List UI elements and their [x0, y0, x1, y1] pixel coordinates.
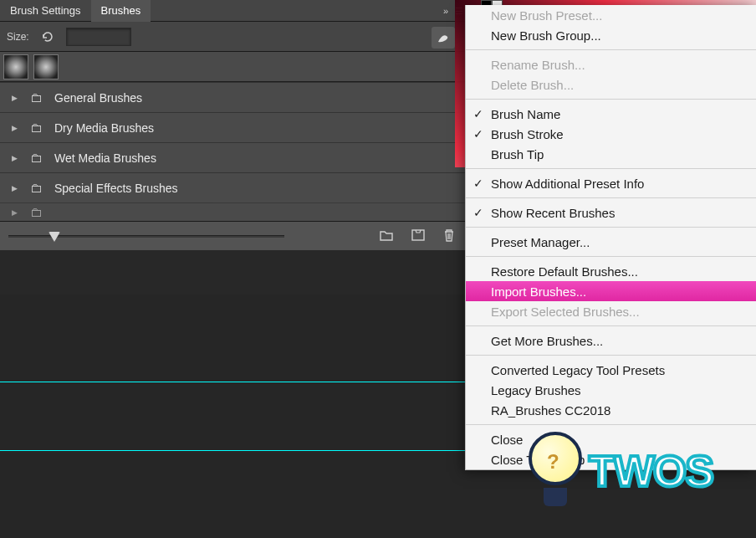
menu-rename-brush: Rename Brush...	[466, 54, 756, 74]
menu-legacy-brushes[interactable]: Legacy Brushes	[466, 380, 756, 400]
size-input[interactable]	[66, 28, 131, 46]
brush-thumb-1[interactable]	[3, 54, 28, 79]
menu-new-brush-group[interactable]: New Brush Group...	[466, 25, 756, 45]
folder-icon: 🗀	[30, 205, 43, 219]
slider-thumb[interactable]	[49, 232, 60, 242]
folder-label: Wet Media Brushes	[54, 151, 156, 165]
tab-brushes[interactable]: Brushes	[91, 0, 151, 22]
folder-label: Dry Media Brushes	[54, 121, 154, 135]
menu-separator	[466, 99, 756, 100]
chevron-right-icon: ▶	[12, 94, 18, 102]
thumbnail-size-slider[interactable]	[8, 235, 284, 238]
svg-rect-0	[412, 230, 424, 240]
folder-label: General Brushes	[54, 91, 142, 105]
folder-icon: 🗀	[30, 90, 43, 105]
folder-icon: 🗀	[30, 120, 43, 135]
menu-separator	[466, 168, 756, 169]
menu-separator	[466, 355, 756, 356]
chevron-right-icon: ▶	[12, 208, 18, 217]
menu-delete-brush: Delete Brush...	[466, 74, 756, 95]
menu-new-brush-preset: New Brush Preset...	[466, 5, 756, 25]
menu-brush-stroke[interactable]: Brush Stroke	[466, 124, 756, 144]
new-brush-icon[interactable]	[411, 229, 425, 243]
reset-size-icon[interactable]	[39, 28, 56, 45]
menu-ra-brushes[interactable]: RA_Brushes CC2018	[466, 400, 756, 420]
menu-separator	[466, 197, 756, 198]
menu-show-additional-info[interactable]: Show Additional Preset Info	[466, 173, 756, 193]
menu-separator	[466, 227, 756, 228]
menu-separator	[466, 325, 756, 326]
menu-show-recent-brushes[interactable]: Show Recent Brushes	[466, 202, 756, 223]
new-folder-icon[interactable]	[380, 229, 393, 243]
brushes-panel-menu: New Brush Preset... New Brush Group... R…	[465, 5, 756, 470]
lightbulb-icon: ?	[529, 432, 585, 511]
chevron-right-icon: ▶	[12, 184, 18, 192]
menu-separator	[466, 256, 756, 257]
logo-text: TWOS	[589, 446, 713, 496]
menu-preset-manager[interactable]: Preset Manager...	[466, 232, 756, 252]
folder-icon: 🗀	[30, 181, 43, 195]
menu-separator	[466, 424, 756, 425]
expand-collapse-icon[interactable]: »	[443, 6, 448, 16]
folder-label: Special Effects Brushes	[54, 182, 178, 195]
menu-brush-name[interactable]: Brush Name	[466, 104, 756, 124]
chevron-right-icon: ▶	[12, 124, 18, 132]
menu-converted-legacy-presets[interactable]: Converted Legacy Tool Presets	[466, 360, 756, 380]
chevron-right-icon: ▶	[12, 154, 18, 162]
menu-import-brushes[interactable]: Import Brushes...	[466, 281, 756, 301]
trash-icon[interactable]	[443, 228, 455, 244]
menu-restore-default-brushes[interactable]: Restore Default Brushes...	[466, 261, 756, 281]
tab-brush-settings[interactable]: Brush Settings	[0, 0, 91, 22]
menu-get-more-brushes[interactable]: Get More Brushes...	[466, 330, 756, 351]
menu-export-selected-brushes: Export Selected Brushes...	[466, 301, 756, 321]
brush-thumb-2[interactable]	[33, 54, 59, 79]
brush-preview-toggle[interactable]	[432, 27, 455, 49]
watermark-logo: ? TWOS	[529, 429, 754, 513]
size-label: Size:	[7, 31, 29, 43]
menu-brush-tip[interactable]: Brush Tip	[466, 144, 756, 164]
folder-icon: 🗀	[30, 151, 43, 165]
menu-separator	[466, 49, 756, 50]
